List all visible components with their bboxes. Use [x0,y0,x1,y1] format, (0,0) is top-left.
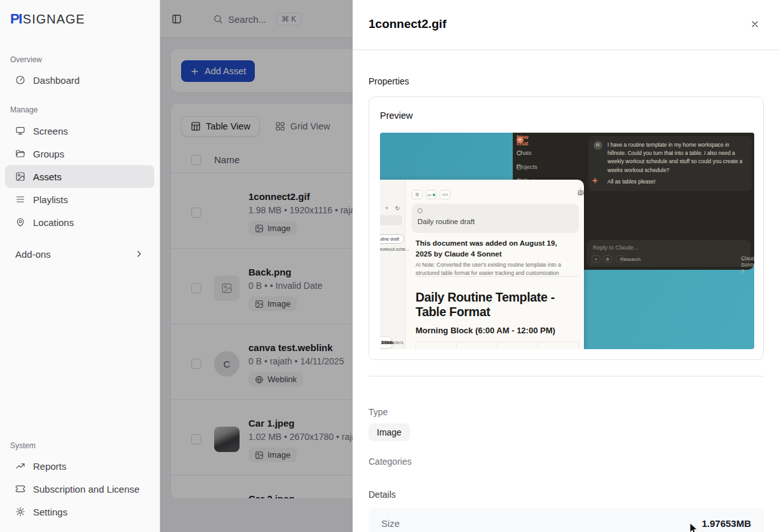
sidebar-item-subscription[interactable]: Subscription and License [5,477,154,500]
sidebar-item-assets[interactable]: Assets [5,165,154,188]
sidebar-item-label: Playlists [33,194,68,205]
divider [369,376,764,376]
doc-tab2: -workout-sche... [380,247,409,251]
sidebar-item-groups[interactable]: Groups [5,142,154,165]
model-selector: Claude Sonnet 4 ⌄ [741,255,745,262]
detail-key: Size [381,518,400,529]
brand-mark: PI [10,11,22,27]
plus-icon: + [592,255,600,263]
section-label-manage: Manage [10,105,37,114]
doc-tab: utine draft [380,234,404,244]
properties-heading: Properties [369,76,409,86]
preview-card: Preview + New chat Chats Projects [369,96,764,360]
details-heading: Details [369,489,396,500]
sidebar-item-addons[interactable]: Add-ons [5,243,154,265]
sidebar-item-screens[interactable]: Screens [5,119,154,142]
sidebar-item-label: Subscription and License [33,484,140,495]
doc-icon [417,208,423,213]
strip-highlight [380,215,402,225]
sidebar-item-label: Screens [33,126,68,136]
ticket-icon [15,484,25,494]
research-button: Research [616,255,625,263]
preview-reply-box: Reply to Claude... + ≑ Research Claude S… [586,240,750,267]
sidebar-item-reports[interactable]: Reports [5,455,154,477]
preview-heading: Preview [380,110,413,121]
section-label-system: System [10,441,36,450]
doc-table-hint [416,342,579,349]
strip-actions: + ↻ [385,205,402,211]
app-window: PI SIGNAGE Overview Dashboard Manage Scr… [0,0,779,532]
gear-icon [15,507,25,517]
app-logo: PI SIGNAGE [10,11,85,27]
sidebar-item-label: Assets [33,171,62,182]
section-label-overview: Overview [10,55,42,64]
preview-chats-item: Chats [517,150,522,156]
asset-preview-image: + New chat Chats Projects Artifacts [380,133,754,349]
reply-placeholder: Reply to Claude... [593,244,639,251]
doc-file-strip: + ↻ utine draft -workout-sche... [380,180,405,349]
sidebar-item-dashboard[interactable]: Dashboard [5,69,154,91]
details-table: Size 1.97653MB [369,508,764,532]
detail-value: 1.97653MB [701,518,751,529]
sidebar-item-label: Settings [33,507,67,517]
details-row-size: Size 1.97653MB [369,508,764,532]
categories-label: Categories [369,456,412,467]
preview-doc-window: + ↻ utine draft -workout-sche... ☰ ▭ </>… [380,180,584,349]
sidebar-item-settings[interactable]: Settings [5,500,154,523]
sidebar-item-locations[interactable]: Locations [5,211,154,234]
type-label: Type [369,407,388,417]
sidebar-item-playlists[interactable]: Playlists [5,188,154,211]
doc-subtitle: Morning Block (6:00 AM - 12:00 PM) [416,326,555,335]
asset-detail-panel: 1connect2.gif Properties Preview + New c… [353,0,779,532]
folder-icon [15,149,25,159]
doc-status-icon: ▭ [426,190,437,199]
doc-divider [416,276,579,277]
mouse-cursor [689,523,698,532]
code-icon: </> [440,190,450,199]
addons-label: Add-ons [15,249,51,260]
doc-title: Daily Routine Template - Table Format [416,290,576,320]
sliders-icon: ≑ [603,255,612,263]
sidebar-item-label: Dashboard [33,75,79,86]
doc-chip-title: Daily routine draft [417,218,475,225]
sidebar-item-label: Groups [33,149,64,159]
image-icon [15,171,25,182]
outline-icon: ☰ [412,190,423,199]
kebab-menu-icon: ⋮ [578,187,583,193]
chevron-right-icon [134,249,144,259]
doc-ai-note: AI Note: Converted the user's existing r… [416,261,563,277]
monitor-icon [15,126,25,136]
close-icon[interactable] [750,19,760,29]
preview-projects-item: Projects [517,164,522,170]
sidebar-item-label: Reports [33,461,67,472]
trending-up-icon [15,461,25,471]
gauge-icon [15,75,25,85]
panel-title: 1connect2.gif [369,17,446,31]
preview-new-chat: + New chat [517,136,524,143]
brand-name: SIGNAGE [23,12,85,27]
map-pin-icon [15,217,25,227]
sidebar: PI SIGNAGE Overview Dashboard Manage Scr… [0,0,160,532]
sidebar-item-label: Locations [33,217,74,228]
doc-toolbar-left: ☰ ▭ </> [412,190,450,199]
type-value-chip: Image [369,423,410,441]
avatar: R [593,141,602,150]
panel-header: 1connect2.gif [353,0,779,50]
preview-user-message: R I have a routine template in my home w… [588,136,752,191]
doc-header-chip: Daily routine draft [412,204,579,233]
doc-stats-bar: ds 1610 characters 1 min [380,336,392,349]
list-icon [15,194,25,204]
doc-added-line: This document was added on August 19, 20… [416,238,563,259]
